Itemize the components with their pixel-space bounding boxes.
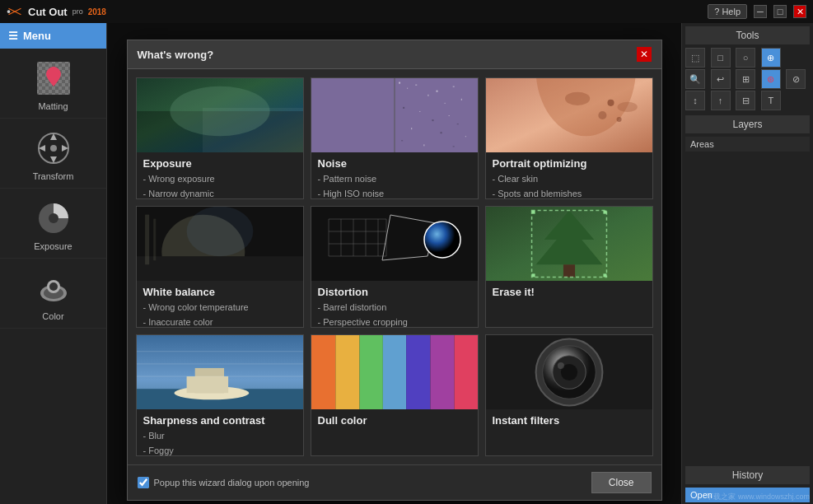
svg-point-12: [49, 213, 58, 223]
erase-card[interactable]: Erase it!: [485, 206, 653, 328]
svg-rect-51: [137, 256, 303, 281]
tool-spacer-2: [786, 91, 806, 110]
app-year-label: 2018: [88, 7, 106, 16]
svg-rect-87: [406, 335, 430, 409]
sidebar-item-exposure[interactable]: Exposure: [0, 189, 106, 259]
tool-select[interactable]: ⬚: [685, 48, 705, 68]
tool-cancel[interactable]: ⊘: [786, 69, 806, 89]
svg-rect-69: [563, 264, 574, 277]
white-balance-card[interactable]: White balance - Wrong color temperature-…: [136, 206, 304, 328]
white-balance-card-title: White balance: [137, 281, 303, 301]
popup-checkbox[interactable]: [138, 477, 149, 488]
tool-text[interactable]: T: [761, 91, 781, 110]
svg-point-48: [617, 102, 637, 112]
distortion-card-items: - Barrel distortion- Perspective croppin…: [311, 301, 478, 328]
svg-rect-32: [432, 119, 433, 121]
erase-card-items: [486, 301, 652, 307]
svg-point-2: [7, 10, 11, 13]
svg-point-19: [170, 86, 269, 137]
tool-arrow[interactable]: ↕: [685, 91, 705, 110]
right-sidebar: Tools ⬚ □ ○ ⊕ 🔍 ↩ ⊞ ⊛ ⊘ ↕ ↑ ⊟ T: [681, 23, 813, 504]
portrait-card-items: - Clear skin- Spots and blemishes- Red e…: [486, 172, 652, 199]
exposure-card[interactable]: Exposure - Wrong exposure- Narrow dynami…: [136, 77, 304, 199]
portrait-card[interactable]: Portrait optimizing - Clear skin- Spots …: [485, 77, 653, 199]
svg-rect-35: [411, 128, 412, 129]
svg-rect-23: [407, 88, 408, 89]
menu-button[interactable]: ☰ Menu: [0, 23, 106, 49]
sidebar-transform-label: Transform: [33, 171, 74, 181]
dull-color-card-items: [311, 429, 478, 436]
svg-point-47: [564, 92, 589, 105]
sharpness-card[interactable]: Sharpness and contrast - Blur- Foggy: [136, 334, 304, 456]
tool-spacer-1: [786, 48, 806, 68]
tool-zoom[interactable]: 🔍: [685, 69, 705, 89]
tool-rect[interactable]: □: [711, 48, 731, 68]
matting-icon: [34, 58, 73, 98]
tool-ellipse[interactable]: ○: [736, 48, 755, 68]
svg-rect-40: [452, 146, 454, 147]
minimize-button[interactable]: ─: [754, 5, 767, 18]
svg-point-95: [557, 362, 563, 369]
svg-rect-85: [359, 335, 382, 409]
areas-item: Areas: [685, 137, 810, 152]
svg-rect-36: [440, 132, 442, 133]
noise-card[interactable]: Noise - Pattern noise- High ISO noise: [311, 77, 479, 199]
tool-undo[interactable]: ↩: [711, 69, 731, 89]
popup-checkbox-text: Popup this wizard dialog upon opening: [154, 478, 310, 488]
layers-panel: Layers Areas: [682, 114, 813, 291]
close-window-button[interactable]: ✕: [793, 5, 806, 18]
tool-color-wheel[interactable]: ⊕: [761, 48, 781, 68]
instant-filters-card[interactable]: Instant filters: [485, 334, 653, 456]
help-button[interactable]: ? Help: [708, 4, 747, 19]
svg-rect-73: [531, 273, 535, 277]
svg-point-52: [186, 207, 253, 256]
sidebar-item-matting[interactable]: Matting: [0, 49, 106, 119]
tool-red-eye[interactable]: ⊛: [761, 69, 781, 89]
svg-point-46: [598, 111, 606, 119]
tools-grid: ⬚ □ ○ ⊕ 🔍 ↩ ⊞ ⊛ ⊘ ↕ ↑ ⊟ T: [685, 48, 810, 110]
modal-close-button[interactable]: ✕: [637, 47, 652, 62]
svg-rect-39: [423, 144, 424, 146]
modal-title: What's wrong?: [138, 49, 214, 61]
distortion-card-title: Distortion: [311, 281, 478, 301]
watermark: 下载之家 www.windowszhj.com: [706, 492, 810, 502]
svg-rect-20: [311, 78, 395, 152]
sidebar-item-color[interactable]: Color: [0, 259, 106, 329]
maximize-button[interactable]: □: [773, 5, 787, 18]
app-pro-label: pro: [72, 7, 83, 16]
popup-checkbox-label[interactable]: Popup this wizard dialog upon opening: [138, 477, 310, 488]
tool-frame[interactable]: ⊟: [736, 91, 755, 110]
sharpness-image: [137, 335, 303, 409]
right-spacer: [682, 291, 813, 464]
sidebar-item-transform[interactable]: Transform: [0, 119, 106, 189]
app-name: Cut Out: [28, 6, 68, 18]
sidebar-color-label: Color: [42, 311, 63, 321]
modal-close-footer-button[interactable]: Close: [591, 472, 652, 493]
dull-color-image: [311, 335, 478, 409]
title-bar-right: ? Help ─ □ ✕: [708, 4, 806, 19]
tools-panel-header: Tools: [685, 26, 810, 44]
dull-color-card-title: Dull color: [311, 409, 478, 429]
portrait-card-title: Portrait optimizing: [486, 152, 652, 172]
sidebar-matting-label: Matting: [38, 101, 68, 111]
distortion-image: [311, 207, 478, 281]
instant-filters-card-title: Instant filters: [486, 409, 652, 429]
erase-image: [486, 207, 652, 281]
portrait-image: [486, 78, 652, 152]
svg-rect-74: [603, 273, 606, 277]
modal-body: Exposure - Wrong exposure- Narrow dynami…: [128, 69, 661, 464]
svg-point-10: [50, 145, 57, 152]
distortion-card[interactable]: Distortion - Barrel distortion- Perspect…: [311, 206, 479, 328]
tool-arrow-up[interactable]: ↑: [711, 91, 731, 110]
dull-color-card[interactable]: Dull color: [311, 334, 479, 456]
noise-card-items: - Pattern noise- High ISO noise: [311, 172, 478, 199]
sidebar: ☰ Menu: [0, 23, 107, 504]
svg-rect-37: [465, 136, 465, 137]
menu-label: Menu: [23, 30, 51, 42]
exposure-image: [137, 78, 303, 152]
tool-crop[interactable]: ⊞: [736, 69, 755, 89]
center-area: What's wrong? ✕: [107, 23, 681, 504]
exposure-icon: [34, 198, 73, 238]
svg-rect-72: [603, 211, 606, 214]
svg-rect-25: [428, 95, 428, 96]
